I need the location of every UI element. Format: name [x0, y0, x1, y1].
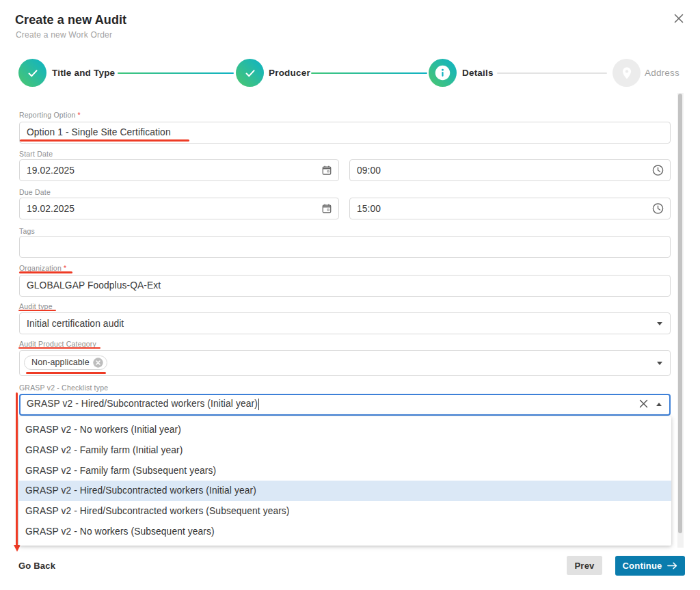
- page-subtitle: Create a new Work Order: [16, 30, 112, 40]
- close-icon[interactable]: [673, 12, 685, 25]
- calendar-icon[interactable]: [321, 165, 332, 176]
- check-icon: [243, 66, 257, 80]
- info-icon: [435, 65, 450, 81]
- continue-button[interactable]: Continue: [615, 556, 685, 576]
- chip-non-applicable[interactable]: Non-applicable: [24, 356, 107, 370]
- step-circle-address[interactable]: [612, 59, 641, 87]
- organization-input[interactable]: GLOBALGAP Foodplus-QA-Ext: [19, 275, 671, 297]
- step-label-producer: Producer: [269, 68, 310, 79]
- location-pin-icon: [620, 66, 634, 80]
- start-date-input[interactable]: 19.02.2025: [19, 159, 339, 181]
- step-connector-2: [311, 72, 427, 74]
- annotation-arrow-head: [14, 545, 21, 552]
- dropdown-option[interactable]: GRASP v2 - No workers (Subsequent years): [19, 521, 671, 541]
- chip-remove-icon[interactable]: [93, 358, 103, 368]
- clock-icon[interactable]: [652, 165, 664, 176]
- due-date-label: Due Date: [19, 188, 51, 197]
- step-circle-title-and-type[interactable]: [18, 59, 46, 87]
- check-icon: [26, 66, 40, 80]
- dropdown-option[interactable]: GRASP v2 - Family farm (Subsequent years…: [19, 460, 671, 481]
- chevron-down-icon[interactable]: [657, 362, 662, 365]
- step-circle-details[interactable]: [429, 59, 457, 87]
- tags-label: Tags: [19, 227, 35, 236]
- due-date-input[interactable]: 19.02.2025: [19, 198, 339, 219]
- scrollbar-thumb[interactable]: [678, 94, 682, 533]
- dropdown-option[interactable]: GRASP v2 - Hired/Subcontracted workers (…: [19, 501, 671, 522]
- due-time-input[interactable]: 15:00: [349, 198, 671, 219]
- grasp-checklist-type-input[interactable]: GRASP v2 - Hired/Subcontracted workers (…: [19, 394, 671, 416]
- audit-product-category-select[interactable]: Non-applicable: [19, 350, 671, 376]
- annotation-underline-organization: [19, 271, 72, 273]
- dropdown-option-highlighted[interactable]: GRASP v2 - Hired/Subcontracted workers (…: [19, 481, 671, 501]
- start-time-input[interactable]: 09:00: [349, 159, 671, 181]
- required-asterisk: *: [64, 264, 66, 272]
- text-cursor: [258, 399, 260, 410]
- dropdown-option[interactable]: GRASP v2 - No workers (Initial year): [19, 420, 671, 440]
- go-back-button[interactable]: Go Back: [18, 561, 55, 571]
- prev-button[interactable]: Prev: [567, 556, 602, 575]
- step-connector-1: [118, 72, 234, 74]
- annotation-underline-chip: [26, 372, 106, 374]
- annotation-underline-audit-type: [18, 310, 56, 312]
- tags-input[interactable]: [19, 236, 671, 258]
- reporting-option-label: Reporting Option*: [19, 111, 81, 120]
- chevron-up-icon[interactable]: [656, 403, 662, 406]
- required-asterisk: *: [78, 111, 81, 119]
- page-title: Create a new Audit: [15, 12, 126, 29]
- step-connector-3: [497, 72, 607, 74]
- step-label-details: Details: [462, 68, 494, 79]
- dropdown-option[interactable]: GRASP v2 - Family farm (Initial year): [19, 440, 671, 461]
- start-date-label: Start Date: [19, 150, 53, 159]
- step-label-title-and-type: Title and Type: [52, 68, 115, 79]
- clear-icon[interactable]: [639, 399, 648, 410]
- chevron-down-icon[interactable]: [657, 322, 662, 325]
- annotation-underline-reporting-option: [20, 139, 189, 142]
- annotation-arrow-line: [16, 392, 18, 546]
- clock-icon[interactable]: [652, 203, 664, 215]
- step-label-address: Address: [645, 68, 679, 79]
- arrow-right-icon: [667, 562, 677, 569]
- calendar-icon[interactable]: [321, 203, 332, 214]
- grasp-options-dropdown: GRASP v2 - No workers (Initial year) GRA…: [19, 416, 671, 546]
- grasp-checklist-type-label: GRASP v2 - Checklist type: [19, 384, 108, 392]
- annotation-underline-audit-product-category: [18, 347, 100, 349]
- audit-type-select[interactable]: Initial certification audit: [19, 312, 671, 334]
- step-circle-producer[interactable]: [236, 59, 264, 87]
